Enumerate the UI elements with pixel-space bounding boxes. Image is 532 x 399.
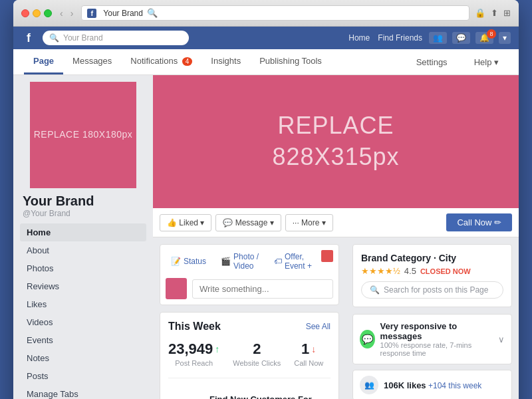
sidebar-nav: Home About Photos Reviews Likes Videos E… <box>20 223 146 399</box>
profile-pic-text: REPLACE 180X180px <box>34 128 133 142</box>
forward-button[interactable]: › <box>68 8 76 19</box>
promo-text: Find New Customers For Your Store Promot… <box>209 394 331 399</box>
address-search-icon: 🔍 <box>147 8 158 18</box>
browser-actions: 🔒 ⬆ ⊞ <box>475 8 511 18</box>
down-arrow-icon: ↓ <box>311 344 316 354</box>
photo-video-icon: 🎬 <box>221 257 231 266</box>
likes-icon: 👥 <box>360 376 378 394</box>
message-button[interactable]: 💬 Message ▾ <box>215 214 281 231</box>
main-column: 📝 Status 🎬 Photo / Video 🏷 Offer, Event <box>153 237 346 399</box>
tab-publishing-tools[interactable]: Publishing Tools <box>250 49 331 74</box>
settings-link[interactable]: Settings <box>407 51 457 74</box>
tab-insights[interactable]: Insights <box>201 49 250 74</box>
composer-tab-status[interactable]: 📝 Status <box>166 250 211 273</box>
action-buttons: 👍 Liked ▾ 💬 Message ▾ ··· More ▾ <box>160 214 333 231</box>
sidebar-item-manage-tabs[interactable]: Manage Tabs <box>20 385 146 399</box>
rating-row: ★★★★½ 4.5 CLOSED NOW <box>361 266 503 276</box>
sidebar-item-notes[interactable]: Notes <box>20 349 146 367</box>
response-icon: 💬 <box>360 330 375 348</box>
search-page-input[interactable]: 🔍 Search for posts on this Page <box>361 281 503 299</box>
fb-navbar: f 🔍 Your Brand Home Find Friends 👥 💬 🔔 8… <box>13 27 519 49</box>
responsive-card[interactable]: 💬 Very responsive to messages 100% respo… <box>352 314 512 364</box>
profile-pic: REPLACE 180X180px <box>30 82 136 188</box>
page-tabs: Page Messages Notifications 4 Insights P… <box>13 49 519 75</box>
main-two-col: 📝 Status 🎬 Photo / Video 🏷 Offer, Event <box>153 237 519 399</box>
stat-call-now: 1 ↓ Call Now <box>294 340 323 367</box>
fb-search-bar[interactable]: 🔍 Your Brand <box>43 31 189 45</box>
tab-messages[interactable]: Messages <box>63 49 121 74</box>
friends-icon[interactable]: 👥 <box>429 32 447 44</box>
browser-titlebar: ‹ › f Your Brand 🔍 🔒 ⬆ ⊞ <box>13 0 519 27</box>
sidebar-item-about[interactable]: About <box>20 241 146 259</box>
fb-logo: f <box>21 31 36 45</box>
right-content-area: REPLACE 828X315px 👍 Liked ▾ 💬 Message ▾ … <box>153 75 519 399</box>
see-all-link[interactable]: See All <box>306 322 331 331</box>
fb-icons: 👥 💬 🔔 8 ▾ <box>429 32 511 44</box>
search-page-placeholder: Search for posts on this Page <box>384 285 488 295</box>
sidebar-item-reviews[interactable]: Reviews <box>20 277 146 295</box>
this-week-section: This Week See All 23,949 ↑ Post Reach <box>160 312 339 399</box>
notifications-badge: 4 <box>182 57 193 66</box>
close-button[interactable] <box>21 9 29 17</box>
status-icon: 📝 <box>171 257 181 266</box>
notification-badge: 8 <box>487 29 496 39</box>
minimize-button[interactable] <box>33 9 41 17</box>
sidebar-item-photos[interactable]: Photos <box>20 259 146 277</box>
post-composer: 📝 Status 🎬 Photo / Video 🏷 Offer, Event <box>160 244 339 305</box>
response-subtitle: 100% response rate, 7-mins response time <box>380 341 493 357</box>
composer-tab-offer[interactable]: 🏷 Offer, Event + <box>269 250 317 273</box>
stat-website-clicks: 2 Website Clicks <box>233 340 281 367</box>
call-now-label: Call Now <box>294 359 323 367</box>
sidebar-item-videos[interactable]: Videos <box>20 313 146 331</box>
sidebar-item-posts[interactable]: Posts <box>20 367 146 385</box>
back-button[interactable]: ‹ <box>57 8 66 19</box>
more-button[interactable]: ··· More ▾ <box>285 214 333 231</box>
promo-content: Find New Customers For Your Store Promot… <box>209 394 331 399</box>
tab-notifications[interactable]: Notifications 4 <box>121 49 201 74</box>
post-reach-label: Post Reach <box>168 359 219 367</box>
cover-sidebar-row: REPLACE 180X180px Your Brand @Your Brand… <box>13 75 519 399</box>
home-nav-link[interactable]: Home <box>348 33 370 43</box>
composer-input[interactable] <box>192 279 333 299</box>
chevron-down-icon: ∨ <box>498 334 505 344</box>
right-column: Brand Category · City ★★★★½ 4.5 CLOSED N… <box>346 237 519 399</box>
promo-box: 🏪 Find New Customers For Your Store Prom… <box>168 389 331 399</box>
liked-button[interactable]: 👍 Liked ▾ <box>160 214 211 231</box>
sidebar-item-home[interactable]: Home <box>20 223 146 241</box>
cover-text: REPLACE 828X315px <box>272 110 399 173</box>
star-rating: ★★★★½ <box>361 266 400 276</box>
tab-page[interactable]: Page <box>24 49 63 74</box>
post-reach-value: 23,949 ↑ <box>168 340 219 358</box>
browser-window: ‹ › f Your Brand 🔍 🔒 ⬆ ⊞ f 🔍 Your Brand … <box>13 0 519 399</box>
sidebar-item-likes[interactable]: Likes <box>20 295 146 313</box>
rating-value: 4.5 <box>404 266 416 276</box>
fb-nav-links: Home Find Friends <box>348 33 422 43</box>
find-friends-nav-link[interactable]: Find Friends <box>378 33 422 43</box>
search-page-icon: 🔍 <box>370 285 380 295</box>
post-color-picker[interactable] <box>321 250 333 273</box>
nav-arrows: ‹ › <box>57 8 76 19</box>
address-bar[interactable]: f Your Brand 🔍 <box>81 5 469 21</box>
call-now-value: 1 ↓ <box>294 340 323 358</box>
notifications-icon[interactable]: 🔔 8 <box>475 32 493 44</box>
tab-right-items: Settings Help ▾ <box>407 51 508 74</box>
account-dropdown[interactable]: ▾ <box>499 32 511 44</box>
composer-tab-photo[interactable]: 🎬 Photo / Video <box>215 250 265 273</box>
brand-handle: @Your Brand <box>20 209 146 218</box>
call-now-button[interactable]: Call Now ✏ <box>446 213 512 231</box>
likes-stats-card: 👥 106K likes +104 this week <box>352 370 512 399</box>
response-info: Very responsive to messages 100% respons… <box>380 321 493 357</box>
chat-icon[interactable]: 💬 <box>452 32 470 44</box>
traffic-lights <box>21 9 52 17</box>
help-link[interactable]: Help ▾ <box>465 51 508 74</box>
closed-now-badge: CLOSED NOW <box>420 267 471 275</box>
composer-input-row <box>166 278 333 299</box>
sidebar-item-events[interactable]: Events <box>20 331 146 349</box>
website-clicks-label: Website Clicks <box>233 359 281 367</box>
fullscreen-button[interactable] <box>44 9 52 17</box>
response-header: 💬 Very responsive to messages 100% respo… <box>360 321 505 357</box>
left-sidebar: REPLACE 180X180px Your Brand @Your Brand… <box>13 75 153 399</box>
stat-post-reach: 23,949 ↑ Post Reach <box>168 340 219 367</box>
brand-name: Your Brand <box>20 194 146 209</box>
up-arrow-icon: ↑ <box>215 344 219 354</box>
